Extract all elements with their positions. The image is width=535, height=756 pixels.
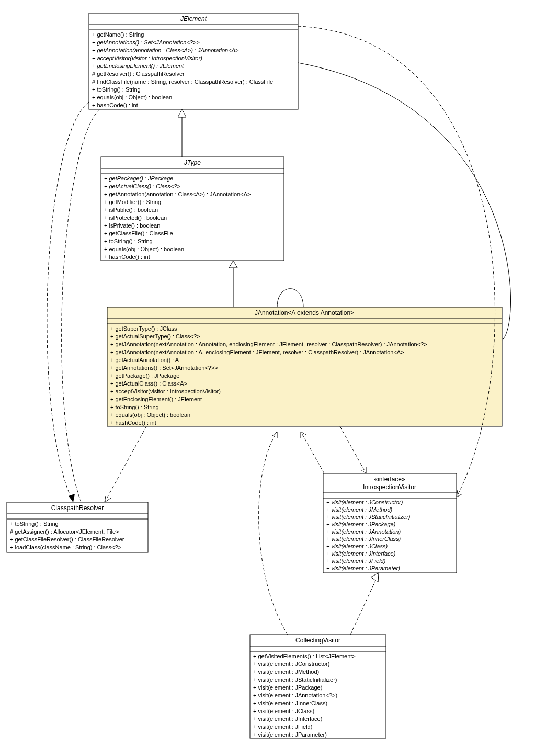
svg-text:# getResolver() : ClasspathRes: # getResolver() : ClasspathResolver [92,71,185,77]
svg-text:+ visit(element : JParameter): + visit(element : JParameter) [253,731,327,738]
svg-text:+ acceptVisitor(visitor : Intr: + acceptVisitor(visitor : IntrospectionV… [110,388,221,394]
class-stereotype: «interface» [374,476,405,483]
svg-text:+ getEnclosingElement() : JEle: + getEnclosingElement() : JElement [92,63,184,69]
svg-text:+ getActualClass() : Class<A>: + getActualClass() : Class<A> [110,380,187,387]
svg-text:+ visit(element : JStaticIniti: + visit(element : JStaticInitializer) [326,514,411,520]
relation-JAnnotation-to-JElement [298,63,511,340]
svg-text:+ getJAnnotation(nextAnnotatio: + getJAnnotation(nextAnnotation : A, enc… [110,349,404,355]
svg-marker-79 [69,494,75,502]
svg-text:+ getAnnotation(annotation : C: + getAnnotation(annotation : Class<A>) :… [104,191,251,197]
svg-text:+ toString() : String: + toString() : String [110,404,159,410]
svg-text:+ getActualAnnotation() : A: + getActualAnnotation() : A [110,357,179,363]
svg-text:+ getName() : String: + getName() : String [92,31,144,38]
svg-text:+ visit(element : JMethod): + visit(element : JMethod) [326,506,393,513]
relation-JAnnotation-self [277,289,303,307]
class-title: ClasspathResolver [51,504,104,512]
svg-marker-77 [178,109,186,117]
relation-CollectingVisitor-implements-IntrospectionVisitor [350,573,379,635]
relation-JElement-uses-ClasspathResolver-2 [62,109,99,502]
svg-text:+ visit(element : JPackage): + visit(element : JPackage) [253,684,322,691]
class-title: JType [184,159,201,166]
svg-text:+ visit(element : JAnnotation): + visit(element : JAnnotation) [326,528,401,535]
class-JAnnotation: JAnnotation<A extends Annotation> + getS… [107,307,502,426]
svg-text:+ getActualSuperType() : Class: + getActualSuperType() : Class<?> [110,333,200,340]
svg-text:+ visit(element : JInterface): + visit(element : JInterface) [253,716,322,722]
svg-text:+ visit(element : JParameter): + visit(element : JParameter) [326,565,400,571]
relation-JAnnotation-uses-ClasspathResolver [105,426,146,502]
svg-text:+ equals(obj : Object) : boole: + equals(obj : Object) : boolean [104,246,184,252]
class-IntrospectionVisitor: «interface» IntrospectionVisitor + visit… [323,473,457,573]
svg-text:+ getAnnotations() : Set<JAnno: + getAnnotations() : Set<JAnnotation<?>> [110,365,218,371]
svg-text:+ visit(element : JMethod): + visit(element : JMethod) [253,669,319,675]
svg-text:+ visit(element : JInterface): + visit(element : JInterface) [326,550,396,557]
svg-text:+ toString() : String: + toString() : String [92,86,141,93]
relation-JType-extends-JElement [178,109,186,157]
svg-text:+ visit(element : JStaticIniti: + visit(element : JStaticInitializer) [253,676,337,683]
svg-marker-78 [229,261,237,268]
svg-text:+ getPackage() : JPackage: + getPackage() : JPackage [104,175,173,182]
svg-text:+ getEnclosingElement() : JEle: + getEnclosingElement() : JElement [110,396,202,402]
svg-text:+ getVisitedElements() : List<: + getVisitedElements() : List<JElement> [253,653,356,659]
svg-text:+ visit(element : JClass): + visit(element : JClass) [253,708,314,714]
svg-text:+ getClassFileResolver() : Cla: + getClassFileResolver() : ClassFileReso… [10,536,124,543]
svg-text:# findClassFile(name : String,: # findClassFile(name : String, resolver … [92,78,273,85]
svg-text:+ visit(element : JField): + visit(element : JField) [326,558,386,564]
svg-text:+ hashCode() : int: + hashCode() : int [110,420,156,426]
svg-text:+ getPackage() : JPackage: + getPackage() : JPackage [110,373,179,379]
svg-text:+ getAnnotations() : Set<JAnno: + getAnnotations() : Set<JAnnotation<?>> [92,39,200,46]
svg-text:+ isPublic() : boolean: + isPublic() : boolean [104,207,158,213]
svg-marker-80 [371,573,379,582]
class-title: JAnnotation<A extends Annotation> [255,309,354,317]
svg-text:+ equals(obj : Object) : boole: + equals(obj : Object) : boolean [110,412,190,418]
svg-text:+ toString() : String: + toString() : String [104,238,153,244]
svg-text:+ visit(element : JInnerClass): + visit(element : JInnerClass) [253,700,327,706]
svg-text:+ isPrivate() : boolean: + isPrivate() : boolean [104,222,160,229]
svg-text:# getAssigner() : Allocator<JE: # getAssigner() : Allocator<JElement, Fi… [10,528,119,535]
class-JType: JType + getPackage() : JPackage + getAct… [101,157,284,261]
svg-text:+ visit(element : JInnerClass): + visit(element : JInnerClass) [326,536,401,542]
class-JElement: JElement + getName() : String + getAnnot… [89,13,298,109]
svg-text:+ getActualClass() : Class<?>: + getActualClass() : Class<?> [104,183,180,189]
class-CollectingVisitor: CollectingVisitor + getVisitedElements()… [250,635,386,738]
relation-CollectingVisitor-uses-JAnnotation [259,432,288,635]
relation-JElement-uses-ClasspathResolver [47,102,89,502]
svg-text:+ visit(element : JClass): + visit(element : JClass) [326,543,388,549]
class-ClasspathResolver: ClasspathResolver + toString() : String … [7,502,148,552]
svg-text:+ hashCode() : int: + hashCode() : int [104,254,150,260]
svg-text:+ getModifier() : String: + getModifier() : String [104,199,161,205]
svg-text:+ visit(element : JField): + visit(element : JField) [253,724,312,730]
svg-text:+ visit(element : JAnnotation<: + visit(element : JAnnotation<?>) [253,692,337,698]
svg-text:+ hashCode() : int: + hashCode() : int [92,102,138,108]
class-title: CollectingVisitor [295,637,340,644]
svg-text:+ getClassFile() : ClassFile: + getClassFile() : ClassFile [104,230,173,236]
svg-text:+ acceptVisitor(visitor : Intr: + acceptVisitor(visitor : IntrospectionV… [92,55,202,61]
class-title: JElement [180,15,207,22]
svg-text:+ loadClass(className : String: + loadClass(className : String) : Class<… [10,544,121,550]
svg-text:+ visit(element : JPackage): + visit(element : JPackage) [326,521,396,527]
uml-diagram: JElement + getName() : String + getAnnot… [0,0,535,756]
svg-text:+ getAnnotation(annotation : C: + getAnnotation(annotation : Class<A>) :… [92,47,239,53]
class-title: IntrospectionVisitor [363,483,416,491]
relation-JAnnotation-uses-IntrospectionVisitor [340,426,366,473]
svg-text:+ equals(obj : Object) : boole: + equals(obj : Object) : boolean [92,94,172,100]
svg-text:+ toString() : String: + toString() : String [10,521,59,527]
svg-text:+ visit(element : JConstructor: + visit(element : JConstructor) [253,661,329,667]
relation-IntrospectionVisitor-uses-JAnnotation [301,432,324,473]
svg-text:+ isProtected() : boolean: + isProtected() : boolean [104,215,167,221]
relation-JAnnotation-extends-JType [229,261,237,307]
svg-text:+ getSuperType() : JClass: + getSuperType() : JClass [110,325,177,332]
svg-text:+ getJAnnotation(nextAnnotatio: + getJAnnotation(nextAnnotation : Annota… [110,341,427,347]
svg-text:+ visit(element : JConstructor: + visit(element : JConstructor) [326,499,403,505]
